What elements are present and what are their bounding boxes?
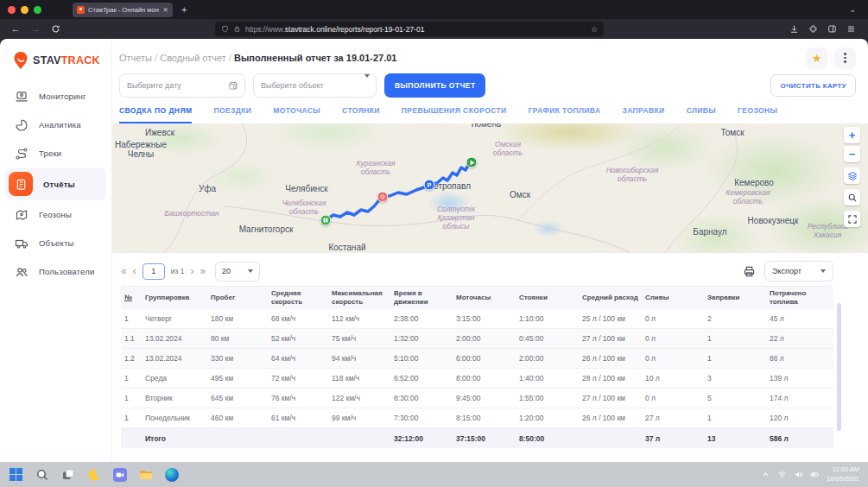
table-cell: 0 л (642, 354, 704, 363)
geozones-icon (14, 207, 29, 222)
tab-геозоны[interactable]: ГЕОЗОНЫ (738, 106, 777, 123)
file-explorer-icon[interactable] (138, 467, 153, 482)
back-button[interactable]: ← (9, 24, 22, 34)
table-scrollbar[interactable] (837, 303, 841, 431)
clock[interactable]: 11:00 AM 10/05/2021 (827, 465, 859, 483)
reload-button[interactable] (48, 24, 62, 34)
users-icon (14, 264, 29, 279)
zoom-out-button[interactable]: − (844, 146, 860, 162)
night-light-icon[interactable] (86, 467, 101, 482)
maximize-window-button[interactable] (34, 6, 41, 14)
new-tab-button[interactable]: + (181, 4, 187, 15)
search-icon[interactable] (35, 467, 49, 482)
last-page-button[interactable]: » (200, 266, 206, 276)
sidebar-item-reports[interactable]: Отчёты (5, 168, 106, 200)
start-icon[interactable] (9, 467, 23, 482)
table-cell: 9:45:00 (453, 394, 516, 402)
first-page-button[interactable]: « (121, 266, 127, 276)
tab-list-chevron-icon[interactable]: ⌄ (849, 5, 856, 14)
table-row[interactable]: 1Четверг180 км68 км/ч112 км/ч2:38:003:15… (121, 309, 833, 329)
chat-icon[interactable] (112, 467, 127, 482)
map-search-button[interactable] (844, 189, 860, 206)
screen: СтавТрак - Онлайн мониторинг ✕ + ⌄ ← → h… (0, 0, 868, 487)
column-header: Средняя скорость (268, 287, 328, 308)
table-cell: 7:30:00 (390, 414, 453, 422)
sidebar-toggle-icon[interactable] (827, 24, 837, 34)
menu-icon[interactable] (846, 24, 856, 34)
table-cell: 495 км (207, 374, 268, 383)
tab-заправки[interactable]: ЗАПРАВКИ (622, 106, 664, 123)
zoom-in-button[interactable]: + (844, 127, 860, 143)
table-cell: 26 л / 100 км (579, 354, 642, 363)
sidebar-item-tracks[interactable]: Треки (0, 139, 111, 168)
table-row[interactable]: 1Среда495 км72 км/ч118 км/ч6:52:008:00:0… (121, 369, 833, 389)
table-cell: 1 (704, 354, 766, 363)
tab-сливы[interactable]: СЛИВЫ (687, 106, 716, 123)
tab-моточасы[interactable]: МОТОЧАСЫ (273, 106, 320, 123)
table-cell: 120 л (766, 414, 833, 422)
sidebar-item-users[interactable]: Пользователи (0, 257, 111, 286)
clear-map-button[interactable]: ОЧИСТИТЬ КАРТУ (770, 74, 856, 97)
table-cell: 1 (121, 394, 142, 402)
marker-play[interactable] (466, 157, 478, 168)
table-cell: 37:15:00 (453, 434, 516, 443)
run-report-button[interactable]: ВЫПОЛНИТЬ ОТЧЕТ (384, 73, 485, 98)
table-total-row: Итого32:12:0037:15:008:50:0037 л13586 л (121, 428, 833, 448)
volume-icon[interactable] (794, 470, 803, 479)
marker-stop[interactable] (377, 192, 389, 203)
url-bar[interactable]: https://www.stavtrack.online/reports/rep… (215, 22, 604, 36)
battery-icon[interactable] (810, 470, 820, 479)
date-picker[interactable] (119, 73, 245, 98)
fullscreen-button[interactable] (844, 211, 860, 227)
sidebar-item-geozones[interactable]: Геозоны (0, 200, 111, 229)
table-cell: 460 км (207, 414, 268, 422)
date-input[interactable] (120, 81, 244, 90)
layers-button[interactable] (844, 168, 860, 184)
table-row[interactable]: 1.113.02.202480 км52 км/ч75 км/ч1:32:002… (121, 329, 833, 349)
close-window-button[interactable] (8, 6, 16, 14)
wifi-icon[interactable] (777, 470, 787, 479)
tab-поездки[interactable]: ПОЕЗДКИ (213, 106, 251, 123)
sidebar-item-monitoring[interactable]: Мониторинг (0, 82, 111, 111)
marker-pause[interactable] (320, 215, 332, 226)
table-cell: 2:00:00 (453, 334, 516, 343)
tab-сводка-по-дням[interactable]: СВОДКА ПО ДНЯМ (119, 106, 192, 123)
page-size-select[interactable]: 20 (215, 262, 260, 281)
chevron-up-icon[interactable] (761, 470, 770, 479)
map[interactable]: ИжевскНабережные ЧелныУфаЧелябинскМагнит… (112, 123, 868, 253)
tracks-icon (14, 146, 29, 161)
sidebar-item-analytics[interactable]: Аналитика (0, 111, 111, 139)
object-select[interactable] (253, 73, 377, 98)
table-cell: 0 л (642, 394, 704, 402)
prev-page-button[interactable]: ‹ (133, 266, 136, 276)
minimize-window-button[interactable] (21, 6, 29, 14)
browser-tab[interactable]: СтавТрак - Онлайн мониторинг ✕ (73, 3, 173, 17)
extensions-icon[interactable] (808, 24, 818, 34)
sidebar-item-objects[interactable]: Объекты (0, 229, 111, 257)
edge-icon[interactable] (164, 467, 179, 482)
downloads-icon[interactable] (789, 24, 799, 34)
table-row[interactable]: 1.213.02.2024330 км64 км/ч94 км/ч5:10:00… (121, 349, 833, 369)
close-tab-icon[interactable]: ✕ (162, 6, 168, 14)
next-page-button[interactable]: › (190, 266, 193, 276)
date-label: 10/05/2021 (827, 475, 859, 484)
marker-parking[interactable]: P (424, 180, 435, 191)
print-button[interactable] (743, 265, 756, 278)
tab-превышения-скорости[interactable]: ПРЕВЫШЕНИЯ СКОРОСТИ (402, 106, 507, 123)
table-row[interactable]: 1Понедельник460 км61 км/ч99 км/ч7:30:008… (121, 408, 833, 428)
tab-стоянки[interactable]: СТОЯНКИ (342, 106, 380, 123)
task-view-icon[interactable] (60, 467, 75, 482)
object-input[interactable] (254, 81, 376, 90)
favorite-report-button[interactable]: ★ (806, 47, 827, 69)
tab-график-топлива[interactable]: ГРАФИК ТОПЛИВА (529, 106, 601, 123)
more-options-button[interactable] (834, 47, 856, 69)
bookmark-star-icon[interactable]: ☆ (591, 25, 598, 34)
column-header: Заправки (704, 291, 766, 305)
chevron-down-icon (364, 78, 370, 93)
table-row[interactable]: 1Вторник645 км76 км/ч122 км/ч8:30:009:45… (121, 389, 833, 408)
route-svg (112, 123, 868, 253)
page-number-input[interactable]: 1 (143, 263, 165, 280)
forward-button[interactable]: → (29, 24, 42, 34)
export-select[interactable]: Экспорт (764, 261, 833, 281)
column-header: Стоянки (516, 291, 579, 305)
